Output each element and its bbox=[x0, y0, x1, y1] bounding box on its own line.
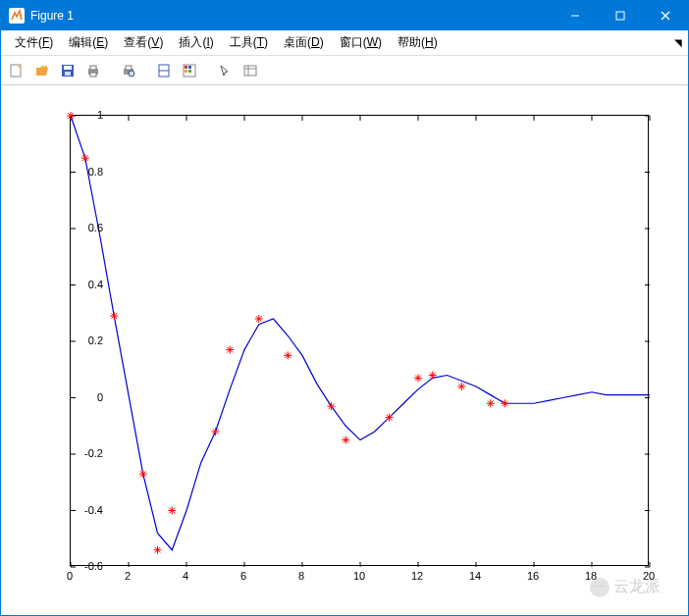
close-button[interactable] bbox=[643, 1, 688, 30]
ytick-label: -0.4 bbox=[64, 504, 103, 516]
ytick-label: -0.2 bbox=[64, 447, 103, 459]
svg-rect-10 bbox=[90, 66, 96, 70]
insert-colorbar-button[interactable] bbox=[178, 59, 201, 82]
data-point-marker bbox=[226, 346, 234, 354]
xtick-label: 4 bbox=[183, 570, 188, 582]
data-point-marker bbox=[429, 372, 437, 380]
ytick-label: 0 bbox=[64, 391, 103, 403]
data-point-marker bbox=[212, 428, 220, 436]
svg-rect-18 bbox=[185, 66, 187, 69]
new-figure-button[interactable] bbox=[5, 59, 28, 82]
data-point-marker bbox=[81, 154, 89, 162]
xtick-label: 16 bbox=[527, 570, 539, 582]
matlab-icon bbox=[9, 8, 25, 24]
save-button[interactable] bbox=[56, 59, 80, 82]
svg-point-14 bbox=[129, 71, 134, 77]
svg-rect-2 bbox=[616, 12, 624, 20]
menu-help[interactable]: 帮助(H) bbox=[390, 31, 446, 54]
menu-window[interactable]: 窗口(W) bbox=[332, 31, 390, 54]
ytick-label: 0.8 bbox=[64, 166, 103, 178]
menubar-dropdown-icon[interactable]: ◥ bbox=[674, 37, 682, 48]
data-point-marker bbox=[284, 351, 292, 359]
print-preview-button[interactable] bbox=[117, 59, 140, 82]
xtick-label: 18 bbox=[585, 570, 597, 582]
edit-plot-button[interactable] bbox=[213, 59, 237, 82]
menu-desktop[interactable]: 桌面(D) bbox=[276, 31, 332, 54]
xtick-label: 20 bbox=[643, 570, 655, 582]
titlebar: Figure 1 bbox=[1, 1, 688, 30]
data-point-marker bbox=[342, 436, 349, 444]
data-point-marker bbox=[414, 374, 422, 382]
xtick-label: 6 bbox=[240, 570, 246, 582]
xtick-label: 8 bbox=[298, 570, 304, 582]
svg-rect-8 bbox=[65, 72, 71, 76]
plot-area: ⋯ 云龙派 -0.6-0.4-0.200.20.40.60.8102468101… bbox=[1, 85, 688, 615]
line-series bbox=[71, 116, 650, 550]
xtick-label: 10 bbox=[353, 570, 365, 582]
svg-rect-21 bbox=[188, 70, 191, 73]
toolbar bbox=[1, 56, 688, 85]
menu-view[interactable]: 查看(V) bbox=[116, 31, 171, 54]
data-point-marker bbox=[502, 399, 509, 407]
xtick-label: 14 bbox=[469, 570, 481, 582]
menu-insert[interactable]: 插入(I) bbox=[171, 31, 221, 54]
data-point-marker bbox=[255, 315, 263, 323]
ytick-label: 0.2 bbox=[64, 334, 103, 346]
svg-rect-19 bbox=[188, 66, 191, 69]
axes[interactable] bbox=[70, 115, 649, 566]
data-point-marker bbox=[139, 470, 147, 478]
open-button[interactable] bbox=[30, 59, 54, 82]
svg-rect-22 bbox=[244, 66, 256, 76]
data-point-marker bbox=[154, 546, 162, 554]
menu-edit[interactable]: 编辑(E) bbox=[61, 31, 116, 54]
figure-window: Figure 1 文件(F) 编辑(E) 查看(V) 插入(I) 工具(T) 桌… bbox=[0, 0, 689, 616]
svg-rect-20 bbox=[185, 70, 187, 73]
ytick-label: 0.6 bbox=[64, 222, 103, 233]
data-point-marker bbox=[457, 383, 465, 390]
data-point-marker bbox=[168, 507, 176, 515]
minimize-button[interactable] bbox=[553, 1, 598, 30]
menu-file[interactable]: 文件(F) bbox=[7, 31, 61, 54]
maximize-button[interactable] bbox=[598, 1, 643, 30]
svg-rect-13 bbox=[126, 66, 132, 70]
xtick-label: 0 bbox=[67, 570, 73, 582]
svg-rect-11 bbox=[90, 73, 96, 77]
menubar: 文件(F) 编辑(E) 查看(V) 插入(I) 工具(T) 桌面(D) 窗口(W… bbox=[1, 30, 688, 56]
data-point-marker bbox=[328, 402, 336, 410]
data-point-marker bbox=[487, 399, 495, 407]
data-point-marker bbox=[110, 312, 118, 320]
print-button[interactable] bbox=[81, 59, 105, 82]
xtick-label: 2 bbox=[125, 570, 131, 582]
menu-tools[interactable]: 工具(T) bbox=[222, 31, 276, 54]
window-title: Figure 1 bbox=[30, 9, 553, 23]
ytick-label: 1 bbox=[64, 109, 103, 121]
xtick-label: 12 bbox=[411, 570, 423, 582]
svg-rect-7 bbox=[64, 66, 72, 70]
data-point-marker bbox=[386, 414, 394, 422]
chart-svg bbox=[71, 116, 650, 567]
ytick-label: 0.4 bbox=[64, 279, 103, 290]
data-tips-button[interactable] bbox=[238, 59, 262, 82]
link-plot-button[interactable] bbox=[152, 59, 176, 82]
